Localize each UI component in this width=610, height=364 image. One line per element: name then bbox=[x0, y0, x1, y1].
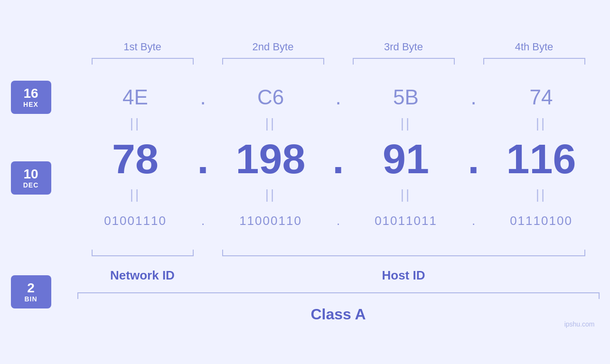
hex-dot-1: . bbox=[194, 85, 213, 109]
bin-dot-3: . bbox=[464, 214, 483, 228]
host-bracket bbox=[208, 242, 600, 256]
dec-base-label: DEC bbox=[23, 181, 39, 189]
hex-dot-2: . bbox=[329, 85, 348, 109]
bin-base-num: 2 bbox=[27, 281, 35, 296]
bracket-top-3 bbox=[338, 58, 469, 66]
hex-val-2: C6 bbox=[213, 85, 329, 109]
hex-dot-3: . bbox=[464, 85, 483, 109]
bin-val-4: 01110100 bbox=[483, 214, 600, 228]
hex-val-4: 74 bbox=[483, 85, 600, 109]
dec-base-num: 10 bbox=[23, 167, 38, 182]
eq-1: || bbox=[77, 116, 194, 131]
dec-dot-2: . bbox=[329, 135, 348, 183]
hex-base-label: HEX bbox=[23, 101, 38, 108]
network-bracket bbox=[77, 242, 208, 256]
class-bracket-line bbox=[77, 292, 600, 302]
class-a-label: Class A bbox=[310, 306, 366, 323]
dec-dot-3: . bbox=[464, 135, 483, 183]
bin-val-2: 11000110 bbox=[213, 214, 329, 228]
bin-base-label: BIN bbox=[24, 295, 37, 303]
bin-val-1: 01001110 bbox=[77, 214, 194, 228]
watermark: ipshu.com bbox=[564, 320, 595, 328]
eq-2: || bbox=[213, 116, 329, 131]
hex-base-num: 16 bbox=[23, 86, 38, 101]
hex-badge: 16 HEX bbox=[11, 81, 51, 114]
dec-badge: 10 DEC bbox=[11, 161, 51, 195]
eq-b3: || bbox=[348, 187, 464, 202]
eq-4: || bbox=[483, 116, 600, 131]
dec-row: 78 . 198 . 91 . 116 bbox=[77, 133, 600, 185]
bracket-top-4 bbox=[469, 58, 600, 66]
bin-row: 01001110 . 11000110 . 01011011 . 0111010… bbox=[77, 204, 600, 237]
network-id-label: Network ID bbox=[77, 268, 208, 283]
eq-b4: || bbox=[483, 187, 600, 202]
eq-b1: || bbox=[77, 187, 194, 202]
class-label-row: Class A bbox=[77, 306, 600, 323]
equals-hex-dec: || || || || bbox=[77, 114, 600, 133]
eq-3: || bbox=[348, 116, 464, 131]
dec-val-3: 91 bbox=[348, 135, 464, 183]
bracket-top-1 bbox=[77, 58, 208, 66]
bin-val-3: 01011011 bbox=[348, 214, 464, 228]
hex-val-1: 4E bbox=[77, 85, 194, 109]
eq-b2: || bbox=[213, 187, 329, 202]
dec-dot-1: . bbox=[194, 135, 213, 183]
byte-header-1: 1st Byte bbox=[77, 41, 208, 53]
dec-val-1: 78 bbox=[77, 135, 194, 183]
bin-badge: 2 BIN bbox=[11, 275, 51, 308]
bottom-brackets bbox=[77, 242, 600, 266]
hex-val-3: 5B bbox=[348, 85, 464, 109]
equals-dec-bin: || || || || bbox=[77, 185, 600, 204]
network-host-labels: Network ID Host ID bbox=[77, 268, 600, 283]
bin-dot-2: . bbox=[329, 214, 348, 228]
byte-header-4: 4th Byte bbox=[469, 41, 600, 53]
class-area: Class A bbox=[77, 292, 600, 323]
host-id-label: Host ID bbox=[208, 268, 600, 283]
bin-dot-1: . bbox=[194, 214, 213, 228]
dec-val-2: 198 bbox=[213, 135, 329, 183]
byte-header-3: 3rd Byte bbox=[338, 41, 469, 53]
byte-header-2: 2nd Byte bbox=[208, 41, 338, 53]
dec-val-4: 116 bbox=[483, 135, 600, 183]
bracket-top-2 bbox=[208, 58, 338, 66]
hex-row: 4E . C6 . 5B . 74 bbox=[77, 81, 600, 114]
